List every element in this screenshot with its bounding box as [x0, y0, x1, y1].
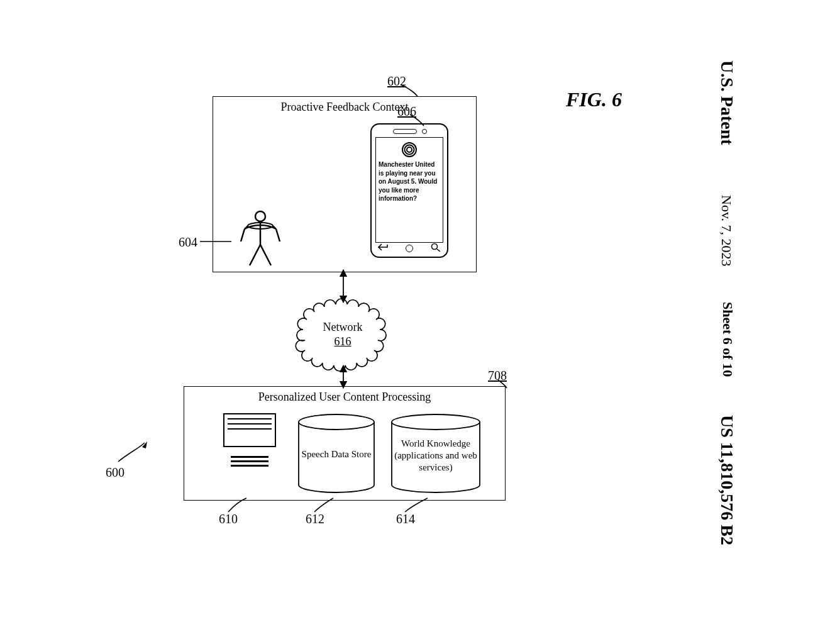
svg-point-5	[432, 244, 438, 250]
svg-point-0	[255, 211, 265, 221]
ref-614: 614	[396, 512, 415, 526]
monitor-icon	[223, 413, 276, 447]
phone-back-icon	[378, 243, 388, 254]
top-box-title: Proactive Feedback Context	[213, 101, 476, 114]
speech-cylinder-label: Speech Data Store	[296, 448, 377, 460]
network-ref: 616	[335, 335, 351, 348]
patent-figure-page: U.S. Patent Nov. 7, 2023 Sheet 6 of 10 U…	[0, 0, 830, 644]
ref-600: 600	[106, 465, 124, 480]
header-us-patent: U.S. Patent	[717, 60, 737, 145]
ref-612: 612	[306, 512, 324, 526]
svg-point-6	[299, 414, 374, 430]
header-date: Nov. 7, 2023	[718, 195, 734, 266]
ref-602: 602	[387, 74, 406, 89]
svg-point-4	[407, 147, 412, 152]
svg-point-3	[405, 145, 414, 155]
ref-610: 610	[219, 512, 238, 526]
bottom-box-title: Personalized User Content Processing	[184, 391, 505, 404]
phone-camera-icon	[422, 129, 427, 134]
ref-606: 606	[397, 104, 416, 119]
phone-screen: Manchester United is playing near you on…	[375, 137, 443, 243]
assistant-spiral-icon	[401, 142, 418, 158]
network-cloud: Network 616	[289, 296, 396, 372]
proactive-feedback-context-box: Proactive Feedback Context	[213, 96, 477, 272]
phone-message: Manchester United is playing near you on…	[379, 160, 440, 203]
phone-speaker-icon	[393, 129, 417, 134]
world-cylinder-label: World Knowledge (applications and web se…	[389, 438, 482, 473]
ref-708: 708	[488, 369, 507, 383]
header-doc-number: US 11,810,576 B2	[717, 415, 737, 545]
ref-604: 604	[179, 235, 197, 250]
computer-icon	[223, 413, 276, 469]
phone-home-icon	[406, 245, 413, 252]
speech-data-store-cylinder: Speech Data Store	[296, 413, 377, 494]
personalized-processing-box: Personalized User Content Processing Spe…	[184, 386, 506, 501]
keyboard-icon	[223, 456, 276, 467]
world-knowledge-cylinder: World Knowledge (applications and web se…	[389, 413, 482, 494]
smartphone-icon: Manchester United is playing near you on…	[370, 123, 448, 258]
user-icon	[238, 210, 282, 269]
header-sheet: Sheet 6 of 10	[719, 302, 736, 377]
svg-point-7	[392, 414, 480, 430]
phone-nav-bar	[378, 243, 441, 254]
phone-search-icon	[431, 243, 441, 254]
network-label: Network 616	[289, 320, 396, 348]
figure-label: FIG. 6	[566, 88, 622, 111]
